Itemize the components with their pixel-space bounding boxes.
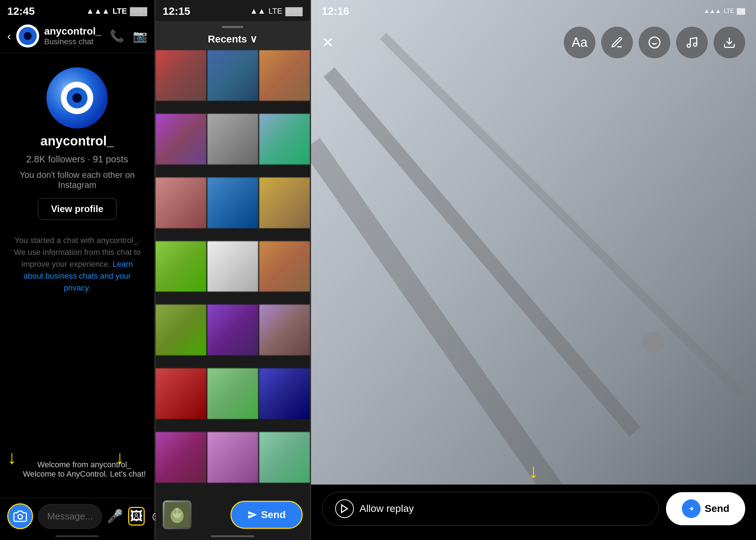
status-bar-3: 12:16 ▲▲▲ LTE ▓▓ (311, 0, 756, 21)
svg-marker-17 (341, 505, 347, 513)
svg-point-5 (177, 509, 181, 514)
photo-cell[interactable] (207, 50, 258, 101)
photo-grid (156, 50, 310, 495)
photo-cell[interactable] (259, 177, 310, 228)
battery-icon-1: ▓▓▓ (130, 6, 147, 16)
svg-point-0 (18, 514, 23, 519)
send-button-2[interactable]: Send (230, 501, 302, 529)
photo-cell[interactable] (259, 432, 310, 483)
lte-label-2: LTE (269, 6, 283, 16)
panel-instagram-dm: 12:45 ▲▲▲ LTE ▓▓▓ ‹ anycontrol_ Business… (0, 0, 154, 540)
home-indicator-1 (55, 535, 99, 537)
call-icon[interactable]: 📞 (110, 29, 124, 43)
time-3: 12:16 (322, 5, 350, 17)
arrow-indicator-camera: ↓ (7, 446, 17, 468)
svg-point-14 (687, 44, 690, 48)
download-tool-button[interactable] (714, 27, 745, 58)
photo-cell[interactable] (207, 177, 258, 228)
music-tool-button[interactable] (676, 27, 708, 58)
emoji-tool-button[interactable] (639, 27, 670, 58)
svg-point-11 (649, 37, 660, 48)
profile-follow-note: You don't follow each other on Instagram (11, 170, 144, 190)
photo-cell[interactable] (207, 432, 258, 483)
avatar-eye-inner (19, 27, 37, 45)
photo-cell[interactable] (156, 114, 206, 165)
photo-cell[interactable] (207, 114, 258, 165)
panel-photo-picker: 12:15 ▲▲ LTE ▓▓▓ Recents ∨ (156, 0, 310, 540)
battery-icon-2: ▓▓▓ (285, 6, 302, 16)
close-button[interactable]: ✕ (322, 34, 334, 51)
mic-button[interactable]: 🎤 (107, 509, 123, 524)
photo-cell[interactable] (259, 368, 310, 419)
profile-name: anycontrol_ (40, 134, 114, 149)
suggested-messages: Welcome from anycontrol_ Welcome to AnyC… (22, 460, 147, 479)
photo-cell[interactable] (156, 241, 206, 292)
signal-icon: ▲▲▲ (86, 6, 109, 16)
allow-replay-label: Allow replay (360, 503, 414, 514)
camera-button[interactable] (7, 503, 33, 529)
replay-icon (335, 499, 354, 518)
status-icons-1: ▲▲▲ LTE ▓▓▓ (86, 6, 147, 16)
photo-cell[interactable] (259, 114, 310, 165)
avatar-large (46, 67, 108, 129)
panel-story-editor: 12:16 ▲▲▲ LTE ▓▓ ✕ Aa (311, 0, 756, 540)
send-button-3[interactable]: Send (666, 492, 745, 525)
drag-handle[interactable] (222, 26, 243, 28)
recents-text: Recents (208, 33, 247, 45)
chevron-down-icon: ∨ (250, 33, 257, 45)
status-bar-2: 12:15 ▲▲ LTE ▓▓▓ (156, 0, 310, 21)
recents-header: Recents ∨ (156, 21, 310, 50)
recents-label[interactable]: Recents ∨ (208, 33, 257, 45)
photo-cell[interactable] (156, 177, 206, 228)
battery-icon-3: ▓▓ (737, 8, 745, 14)
photo-cell[interactable] (259, 305, 310, 355)
video-icon[interactable]: 📷 (133, 29, 147, 43)
send-label-3: Send (705, 503, 729, 514)
story-toolbar: ✕ Aa (311, 22, 756, 63)
cat-thumbnail[interactable] (163, 500, 192, 529)
view-profile-button[interactable]: View profile (38, 198, 117, 220)
time-2: 12:15 (163, 5, 190, 17)
allow-replay-button[interactable]: Allow replay (322, 492, 659, 526)
bottom-controls: Allow replay Send (311, 485, 756, 540)
picker-bottom: Send (156, 495, 310, 540)
photo-cell[interactable] (259, 241, 310, 292)
send-label-2: Send (261, 509, 285, 521)
suggested-line1: Welcome from anycontrol_ (22, 460, 147, 469)
avatar-large-pupil (72, 93, 82, 103)
svg-point-10 (642, 331, 664, 353)
home-indicator-2 (211, 535, 254, 537)
send-icon-3 (682, 499, 701, 518)
signal-icon-2: ▲▲ (250, 6, 266, 16)
avatar-small (16, 24, 39, 48)
back-button[interactable]: ‹ (7, 30, 11, 43)
profile-stats: 2.8K followers · 91 posts (26, 154, 128, 165)
text-tool-button[interactable]: Aa (564, 27, 595, 58)
privacy-note: You started a chat with anycontrol_. We … (0, 227, 154, 301)
header-actions: 📞 📷 (110, 29, 147, 43)
gallery-button[interactable]: 🖼 (128, 507, 145, 526)
avatar-eye (16, 24, 39, 48)
photo-cell[interactable] (207, 241, 258, 292)
photo-cell[interactable] (207, 368, 258, 419)
avatar-large-eye (61, 82, 93, 114)
status-icons-3: ▲▲▲ LTE ▓▓ (704, 8, 745, 14)
photo-cell[interactable] (156, 432, 206, 483)
svg-point-15 (694, 43, 697, 46)
photo-cell[interactable] (259, 50, 310, 101)
tool-buttons: Aa (564, 27, 745, 58)
pen-tool-button[interactable] (601, 27, 633, 58)
message-bar: Message... 🎤 🖼 ☺ (0, 498, 154, 540)
time-1: 12:45 (7, 5, 35, 17)
status-bar-1: 12:45 ▲▲▲ LTE ▓▓▓ (0, 0, 154, 21)
status-icons-2: ▲▲ LTE ▓▓▓ (250, 6, 302, 16)
photo-cell[interactable] (156, 368, 206, 419)
text-tool-label: Aa (572, 35, 588, 50)
photo-cell[interactable] (156, 50, 206, 101)
suggested-line2: Welcome to AnyControl. Let's chat! (22, 469, 147, 479)
message-input[interactable]: Message... (38, 504, 102, 529)
photo-cell[interactable] (156, 305, 206, 355)
user-info: anycontrol_ Business chat (44, 26, 105, 46)
lte-label-1: LTE (113, 6, 127, 16)
photo-cell[interactable] (207, 305, 258, 355)
